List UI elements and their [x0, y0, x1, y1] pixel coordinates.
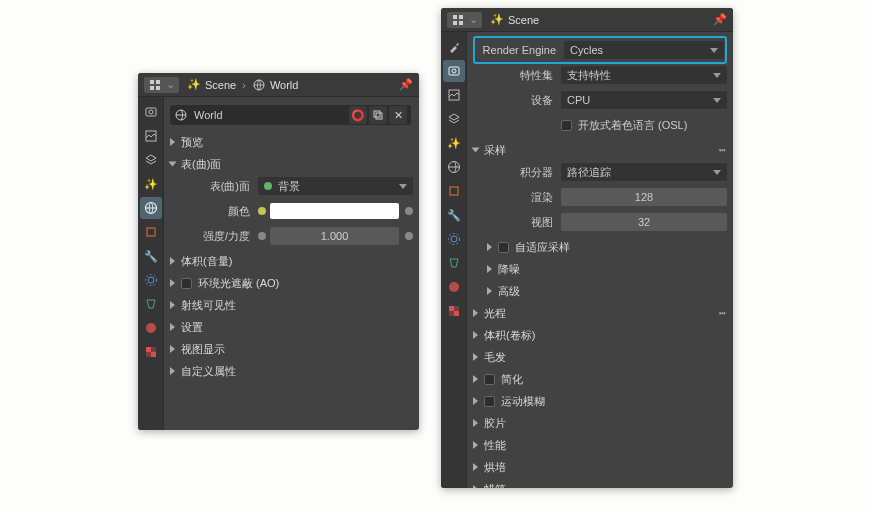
tab-physics[interactable]	[140, 269, 162, 291]
section-adaptive[interactable]: 自适应采样	[473, 236, 727, 258]
surface-shader-dropdown[interactable]: 背景	[258, 177, 413, 195]
color-swatch[interactable]	[270, 203, 399, 219]
pin-icon[interactable]: 📌	[399, 78, 413, 92]
section-grease[interactable]: 蜡笔	[473, 478, 727, 488]
tab-modifier[interactable]: 🔧	[443, 204, 465, 226]
section-perf[interactable]: 性能	[473, 434, 727, 456]
tab-scene[interactable]: ✨	[443, 132, 465, 154]
editor-type-selector[interactable]: ⌄	[447, 12, 482, 28]
section-custom[interactable]: 自定义属性	[170, 360, 413, 382]
tab-scene[interactable]: ✨	[140, 173, 162, 195]
new-copy-button[interactable]	[369, 106, 387, 124]
svg-rect-19	[453, 15, 457, 19]
tab-material[interactable]	[443, 276, 465, 298]
svg-point-10	[148, 277, 154, 283]
tab-texture[interactable]	[140, 341, 162, 363]
section-bake[interactable]: 烘培	[473, 456, 727, 478]
ao-checkbox[interactable]	[181, 278, 192, 289]
tab-texture[interactable]	[443, 300, 465, 322]
props-icon	[451, 13, 465, 27]
disclosure-icon	[170, 323, 175, 331]
tab-data[interactable]	[443, 252, 465, 274]
tab-layer[interactable]	[443, 108, 465, 130]
svg-rect-27	[450, 187, 458, 195]
tab-object[interactable]	[140, 221, 162, 243]
svg-point-30	[449, 282, 459, 292]
section-volume[interactable]: 体积(音量)	[170, 250, 413, 272]
tab-render[interactable]	[140, 101, 162, 123]
viewport-samples-field[interactable]: 32	[561, 213, 727, 231]
tab-tool[interactable]	[443, 36, 465, 58]
disclosure-icon	[473, 419, 478, 427]
section-lightpaths[interactable]: 光程┅	[473, 302, 727, 324]
tab-physics[interactable]	[443, 228, 465, 250]
section-denoise[interactable]: 降噪	[473, 258, 727, 280]
editor-type-selector[interactable]: ⌄	[144, 77, 179, 93]
disclosure-icon	[473, 397, 478, 405]
section-simplify[interactable]: 简化	[473, 368, 727, 390]
tab-world[interactable]	[443, 156, 465, 178]
section-sampling[interactable]: 采样┅	[473, 139, 727, 161]
render-samples-field[interactable]: 128	[561, 188, 727, 206]
section-volumes[interactable]: 体积(卷标)	[473, 324, 727, 346]
tab-output[interactable]	[140, 125, 162, 147]
tab-render[interactable]	[443, 60, 465, 82]
tab-data[interactable]	[140, 293, 162, 315]
disclosure-icon	[473, 309, 478, 317]
device-value: CPU	[567, 94, 590, 106]
panel-header: ⌄ ✨Scene 📌	[441, 8, 733, 32]
breadcrumb-world[interactable]: World	[252, 78, 299, 92]
section-motion[interactable]: 运动模糊	[473, 390, 727, 412]
render-engine-dropdown[interactable]: Cycles	[564, 41, 724, 59]
section-surface[interactable]: 表(曲)面	[170, 153, 413, 175]
svg-point-24	[452, 69, 456, 73]
viewport-samples-label: 视图	[473, 215, 561, 230]
integrator-dropdown[interactable]: 路径追踪	[561, 163, 727, 181]
tab-object[interactable]	[443, 180, 465, 202]
world-datablock-field[interactable]: World ⭕ ✕	[170, 105, 411, 125]
section-label: 光程	[484, 306, 506, 321]
motion-checkbox[interactable]	[484, 396, 495, 407]
svg-rect-32	[449, 306, 454, 311]
disclosure-icon	[473, 331, 478, 339]
section-label: 胶片	[484, 416, 506, 431]
breadcrumb-scene[interactable]: ✨Scene	[187, 78, 236, 92]
tab-modifier[interactable]: 🔧	[140, 245, 162, 267]
pin-icon[interactable]: 📌	[713, 13, 727, 27]
section-ray[interactable]: 射线可见性	[170, 294, 413, 316]
section-label: 环境光遮蔽 (AO)	[198, 276, 279, 291]
device-dropdown[interactable]: CPU	[561, 91, 727, 109]
section-label: 运动模糊	[501, 394, 545, 409]
section-label: 采样	[484, 143, 506, 158]
panel-menu-icon[interactable]: ┅	[719, 307, 727, 320]
property-tab-strip: ✨ 🔧	[441, 32, 467, 488]
integrator-label: 积分器	[473, 165, 561, 180]
tab-output[interactable]	[443, 84, 465, 106]
svg-rect-1	[156, 80, 160, 84]
section-ao[interactable]: 环境光遮蔽 (AO)	[170, 272, 413, 294]
section-viewport[interactable]: 视图显示	[170, 338, 413, 360]
section-hair[interactable]: 毛发	[473, 346, 727, 368]
section-film[interactable]: 胶片	[473, 412, 727, 434]
breadcrumb-scene[interactable]: ✨Scene	[490, 13, 539, 27]
osl-checkbox[interactable]	[561, 120, 572, 131]
unlink-button[interactable]: ✕	[389, 106, 407, 124]
chevron-down-icon: ⌄	[469, 13, 478, 26]
render-engine-value: Cycles	[570, 44, 603, 56]
color-picker-dot[interactable]	[405, 207, 413, 215]
color-label: 颜色	[170, 204, 258, 219]
tab-world[interactable]	[140, 197, 162, 219]
fake-user-button[interactable]: ⭕	[349, 106, 367, 124]
panel-menu-icon[interactable]: ┅	[719, 144, 727, 157]
section-advanced[interactable]: 高级	[473, 280, 727, 302]
tab-layer[interactable]	[140, 149, 162, 171]
tab-material[interactable]	[140, 317, 162, 339]
section-settings[interactable]: 设置	[170, 316, 413, 338]
adaptive-checkbox[interactable]	[498, 242, 509, 253]
simplify-checkbox[interactable]	[484, 374, 495, 385]
section-preview[interactable]: 预览	[170, 131, 413, 153]
section-label: 烘培	[484, 460, 506, 475]
strength-field[interactable]: 1.000	[270, 227, 399, 245]
value-picker-dot[interactable]	[405, 232, 413, 240]
feature-set-dropdown[interactable]: 支持特性	[561, 66, 727, 84]
